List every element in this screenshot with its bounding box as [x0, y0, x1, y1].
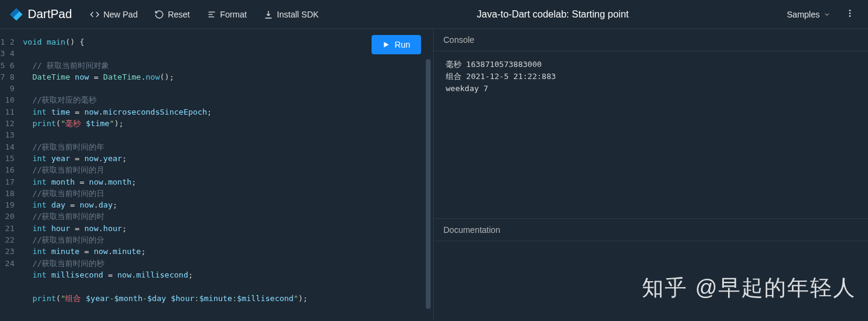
- editor-pane: 1 2 3 4 5 6 7 8 9 10 11 12 13 14 15 16 1…: [0, 29, 433, 321]
- reset-button[interactable]: Reset: [148, 6, 196, 23]
- play-icon: [382, 41, 390, 48]
- new-pad-button[interactable]: New Pad: [84, 6, 144, 23]
- console-header: Console: [434, 29, 868, 51]
- svg-point-4: [849, 12, 851, 14]
- header-bar: DartPad New Pad Reset Format Install SDK…: [0, 0, 868, 29]
- logo-text: DartPad: [28, 7, 72, 21]
- chevron-down-icon: [823, 11, 831, 18]
- svg-point-3: [849, 10, 851, 11]
- download-icon: [264, 10, 273, 19]
- editor-scrollbar[interactable]: [426, 59, 431, 309]
- console-pane: Console 毫秒 1638710573883000 组合 2021-12-5…: [434, 29, 868, 218]
- install-sdk-button[interactable]: Install SDK: [258, 6, 325, 23]
- code-editor[interactable]: void main() { // 获取当前时间对象 DateTime now =…: [19, 29, 433, 321]
- documentation-pane: Documentation: [434, 218, 868, 321]
- page-title: Java-to-Dart codelab: Starting point: [329, 9, 776, 20]
- svg-point-5: [849, 15, 851, 17]
- new-pad-label: New Pad: [103, 10, 138, 19]
- logo[interactable]: DartPad: [10, 7, 72, 22]
- run-label: Run: [394, 40, 410, 49]
- main-area: 1 2 3 4 5 6 7 8 9 10 11 12 13 14 15 16 1…: [0, 29, 868, 321]
- more-vert-icon: [845, 8, 855, 18]
- install-sdk-label: Install SDK: [277, 10, 318, 19]
- more-menu-button[interactable]: [841, 5, 858, 24]
- format-label: Format: [220, 10, 247, 19]
- reset-icon: [154, 10, 164, 19]
- samples-label: Samples: [787, 10, 820, 19]
- samples-dropdown[interactable]: Samples: [781, 6, 837, 23]
- run-button[interactable]: Run: [372, 35, 421, 54]
- code-icon: [90, 10, 100, 19]
- line-gutter: 1 2 3 4 5 6 7 8 9 10 11 12 13 14 15 16 1…: [0, 29, 19, 321]
- reset-label: Reset: [168, 10, 190, 19]
- dart-logo-icon: [10, 7, 23, 22]
- console-output: 毫秒 1638710573883000 组合 2021-12-5 21:22:8…: [434, 51, 868, 102]
- right-pane: Console 毫秒 1638710573883000 组合 2021-12-5…: [433, 29, 868, 321]
- format-icon: [207, 10, 217, 19]
- documentation-header: Documentation: [434, 219, 868, 241]
- format-button[interactable]: Format: [201, 6, 253, 23]
